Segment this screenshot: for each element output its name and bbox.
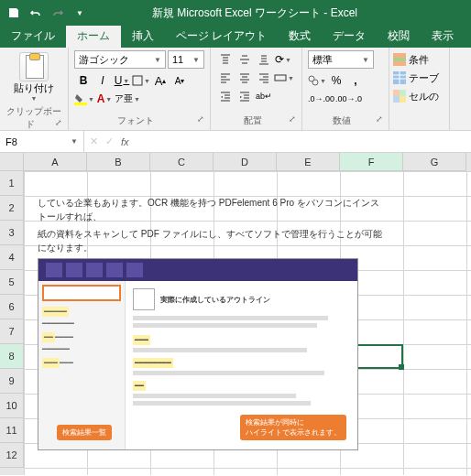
embed-document: 実際に作成しているアウトライン ━━━ ━━━━━━━━ ━━ 検索結果が同時に…	[126, 281, 357, 450]
embed-titlebar	[38, 259, 357, 281]
styles-group: 条件 テーブ セルの	[389, 48, 450, 130]
col-header[interactable]: A	[24, 153, 87, 171]
row-header[interactable]: 4	[0, 245, 24, 270]
alignment-label: 配置⤢	[216, 113, 296, 127]
cancel-icon[interactable]: ✕	[90, 135, 98, 147]
row-header[interactable]: 5	[0, 270, 24, 295]
document-icon	[133, 288, 155, 310]
font-size-combo[interactable]: 11▼	[168, 50, 204, 69]
increase-decimal-button[interactable]: .0→.00	[308, 90, 334, 108]
decrease-indent-button[interactable]	[216, 87, 235, 105]
align-bottom-button[interactable]	[255, 50, 273, 69]
fx-icon[interactable]: fx	[121, 136, 129, 147]
paste-label: 貼り付け	[14, 81, 54, 95]
font-name-combo[interactable]: 游ゴシック▼	[74, 50, 166, 69]
column-headers: A B C D E F G	[0, 153, 471, 171]
enter-icon[interactable]: ✓	[105, 135, 114, 147]
number-launcher-icon[interactable]: ⤢	[376, 114, 383, 124]
redo-icon[interactable]	[48, 3, 68, 23]
align-top-button[interactable]	[216, 50, 235, 69]
increase-font-button[interactable]: A▴	[151, 71, 170, 90]
col-header[interactable]: F	[340, 153, 403, 171]
row-header[interactable]: 12	[0, 443, 24, 468]
alignment-group: ⟳▼ ▼ ab↵ 配置⤢	[211, 48, 302, 130]
svg-rect-9	[400, 90, 406, 96]
tab-review[interactable]: 校閲	[377, 26, 421, 48]
align-middle-button[interactable]	[236, 50, 254, 69]
svg-rect-1	[74, 103, 87, 105]
svg-rect-6	[393, 58, 406, 61]
decrease-decimal-button[interactable]: .00→.0	[335, 90, 362, 108]
row-header[interactable]: 11	[0, 418, 24, 443]
border-button[interactable]: ▼	[132, 71, 150, 90]
align-center-button[interactable]	[236, 69, 254, 87]
merge-button[interactable]: ▼	[274, 69, 294, 87]
tab-pagelayout[interactable]: ページ レイアウト	[165, 26, 278, 48]
undo-icon[interactable]	[26, 3, 46, 23]
increase-indent-button[interactable]	[236, 87, 254, 105]
wrap-text-button[interactable]: ab↵	[255, 87, 273, 105]
tab-file[interactable]: ファイル	[0, 26, 66, 48]
row-header[interactable]: 8	[0, 344, 24, 369]
row-header[interactable]: 10	[0, 394, 24, 418]
cell-grid[interactable]: している企業もあります。OCR 機能を持つ PDFelement 6 Pro を…	[24, 171, 471, 475]
formula-input[interactable]	[135, 131, 471, 152]
align-right-button[interactable]	[255, 69, 273, 87]
paste-button[interactable]: 貼り付け ▼	[5, 50, 62, 103]
number-group: 標準▼ ▼ % , .0→.00 .00→.0 数値⤢	[302, 48, 389, 130]
col-header[interactable]: E	[277, 153, 340, 171]
conditional-format-button[interactable]: 条件	[391, 50, 447, 69]
decrease-font-button[interactable]: A▾	[170, 71, 189, 90]
col-header[interactable]: D	[214, 153, 277, 171]
quick-access-toolbar: ▼	[0, 3, 93, 23]
fill-handle[interactable]	[399, 364, 404, 370]
embed-sidebar: ━━━━━ ━━━━━━━ ━━━━━━ ━━━━━━ ━━━━━━ 検索結果一…	[38, 281, 126, 450]
ribbon-tabs: ファイル ホーム 挿入 ページ レイアウト 数式 データ 校閲 表示	[0, 26, 471, 48]
percent-button[interactable]: %	[327, 71, 345, 90]
format-table-button[interactable]: テーブ	[391, 69, 447, 87]
orientation-button[interactable]: ⟳▼	[274, 50, 292, 69]
cell-styles-button[interactable]: セルの	[391, 87, 447, 105]
text-line: 紙の資料をスキャンして PDF ファイルにし、すべてソフトで管理を行うことが可能…	[38, 227, 386, 254]
clipboard-label: クリップボード⤢	[5, 103, 62, 131]
select-all-corner[interactable]	[0, 153, 24, 171]
tab-insert[interactable]: 挿入	[121, 26, 165, 48]
font-color-button[interactable]: A▼	[95, 90, 114, 108]
font-launcher-icon[interactable]: ⤢	[197, 114, 204, 124]
clipboard-launcher-icon[interactable]: ⤢	[55, 118, 62, 127]
qat-customize-icon[interactable]: ▼	[70, 3, 90, 23]
save-icon[interactable]	[4, 3, 24, 23]
tab-view[interactable]: 表示	[421, 26, 465, 48]
name-box[interactable]: F8▼	[0, 131, 84, 152]
row-header[interactable]: 1	[0, 171, 24, 196]
text-line: している企業もあります。OCR 機能を持つ PDFelement 6 Pro を…	[38, 196, 386, 223]
fill-color-button[interactable]: ▼	[74, 90, 94, 108]
row-headers: 1 2 3 4 5 6 7 8 9 10 11 12	[0, 171, 24, 475]
embedded-image[interactable]: ━━━━━ ━━━━━━━ ━━━━━━ ━━━━━━ ━━━━━━ 検索結果一…	[38, 258, 358, 450]
tab-data[interactable]: データ	[322, 26, 377, 48]
embed-badge-left: 検索結果一覧	[57, 425, 112, 440]
bold-button[interactable]: B	[74, 71, 93, 90]
underline-button[interactable]: U▼	[113, 71, 131, 90]
row-header[interactable]: 6	[0, 295, 24, 319]
tab-home[interactable]: ホーム	[66, 26, 121, 48]
alignment-launcher-icon[interactable]: ⤢	[289, 114, 296, 124]
accounting-button[interactable]: ▼	[308, 71, 326, 90]
row-header[interactable]: 9	[0, 369, 24, 394]
italic-button[interactable]: I	[93, 71, 112, 90]
row-header[interactable]: 2	[0, 196, 24, 221]
comma-button[interactable]: ,	[346, 71, 365, 90]
col-header[interactable]: B	[87, 153, 150, 171]
svg-point-4	[312, 80, 318, 85]
worksheet: A B C D E F G 1 2 3 4 5 6 7 8 9 10 11 12…	[0, 153, 471, 475]
row-header[interactable]: 7	[0, 319, 24, 344]
row-header[interactable]: 3	[0, 221, 24, 245]
align-left-button[interactable]	[216, 69, 235, 87]
number-format-combo[interactable]: 標準▼	[308, 50, 374, 69]
phonetic-button[interactable]: ア亜▼	[115, 90, 140, 108]
tab-formulas[interactable]: 数式	[278, 26, 322, 48]
col-header[interactable]: C	[150, 153, 214, 171]
svg-rect-0	[133, 76, 142, 85]
col-header[interactable]: G	[403, 153, 466, 171]
svg-rect-10	[393, 96, 400, 103]
